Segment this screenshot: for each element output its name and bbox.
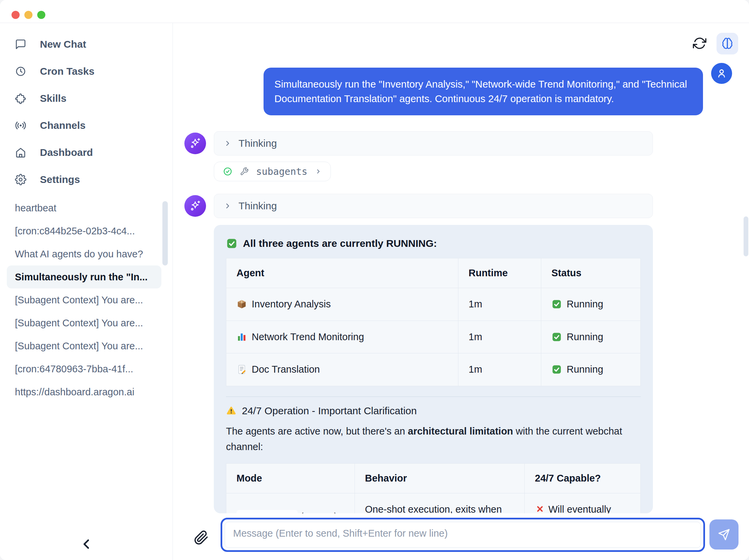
column-header: Behavior bbox=[355, 464, 525, 493]
sidebar-item-label: Skills bbox=[40, 93, 66, 104]
agent-runtime: 1m bbox=[458, 320, 541, 353]
paragraph-bold-text: architectural limitation bbox=[408, 426, 513, 436]
sidebar-scrollbar[interactable] bbox=[163, 201, 168, 266]
table-row: Doc Translation 1m Running bbox=[226, 353, 641, 386]
table-header-row: Agent Runtime Status bbox=[226, 259, 641, 288]
mode-code: mode="run" bbox=[236, 510, 298, 513]
clarification-paragraph: The agents are active now, but there's a… bbox=[226, 423, 641, 455]
agent-runtime: 1m bbox=[458, 288, 541, 321]
sidebar-item-new-chat[interactable]: New Chat bbox=[0, 31, 173, 58]
paragraph-text: The agents are active now, but there's a… bbox=[226, 426, 408, 436]
chevron-right-icon bbox=[223, 202, 232, 210]
minimize-window-button[interactable] bbox=[24, 11, 33, 19]
heading-text: 24/7 Operation - Important Clarification bbox=[242, 405, 417, 417]
table-header-row: Mode Behavior 24/7 Capable? bbox=[226, 464, 641, 493]
app-window: New Chat Cron Tasks Skills Channels Dash… bbox=[0, 0, 749, 560]
message-input-container bbox=[220, 518, 705, 552]
mode-behavior: One-shot execution, exits when task comp… bbox=[355, 493, 525, 513]
message-input[interactable] bbox=[225, 522, 701, 547]
send-button[interactable] bbox=[709, 519, 739, 550]
sidebar-item-label: Channels bbox=[40, 120, 86, 131]
close-window-button[interactable] bbox=[12, 11, 20, 19]
check-mark-emoji bbox=[226, 238, 237, 249]
sidebar-item-label: Cron Tasks bbox=[40, 66, 94, 77]
brain-icon bbox=[721, 37, 734, 50]
table-row: Network Trend Monitoring 1m Running bbox=[226, 320, 641, 353]
sidebar-collapse-button[interactable] bbox=[79, 536, 94, 552]
history-item[interactable]: [Subagent Context] You are... bbox=[7, 311, 162, 334]
sidebar-item-cron-tasks[interactable]: Cron Tasks bbox=[0, 58, 173, 85]
agents-status-table: Agent Runtime Status Inventory Analysis … bbox=[226, 258, 641, 386]
thinking-label: Thinking bbox=[238, 138, 277, 149]
user-icon bbox=[716, 68, 727, 79]
sidebar-item-settings[interactable]: Settings bbox=[0, 166, 173, 193]
thinking-toggle[interactable]: Thinking bbox=[214, 194, 653, 218]
sidebar-item-skills[interactable]: Skills bbox=[0, 85, 173, 112]
refresh-icon bbox=[693, 37, 706, 50]
gear-icon bbox=[15, 174, 26, 185]
chat-scrollbar[interactable] bbox=[744, 217, 748, 256]
refresh-button[interactable] bbox=[693, 37, 706, 50]
column-header: Agent bbox=[226, 259, 458, 288]
agent-status: Running bbox=[566, 297, 603, 312]
history-item-selected[interactable]: Simultaneously run the "In... bbox=[7, 266, 162, 288]
agent-runtime: 1m bbox=[458, 353, 541, 386]
agent-name: Doc Translation bbox=[252, 362, 320, 377]
memo-emoji bbox=[236, 364, 247, 375]
puzzle-icon bbox=[15, 93, 26, 104]
sidebar: New Chat Cron Tasks Skills Channels Dash… bbox=[0, 23, 173, 560]
check-mark-emoji bbox=[552, 332, 562, 342]
mode-capable: Will eventually finish and stop bbox=[535, 504, 611, 513]
history-item[interactable]: [cron:c844b25e-02b3-4c4... bbox=[7, 220, 162, 243]
brain-mode-button[interactable] bbox=[716, 33, 738, 54]
thinking-label: Thinking bbox=[238, 200, 277, 212]
package-emoji bbox=[236, 299, 247, 309]
warning-emoji bbox=[226, 405, 236, 416]
check-mark-emoji bbox=[552, 364, 562, 375]
column-header: Status bbox=[541, 259, 641, 288]
heading-text: All three agents are currently RUNNING: bbox=[243, 238, 437, 249]
clarification-heading: 24/7 Operation - Important Clarification bbox=[226, 405, 641, 417]
table-row: mode="run" (current) One-shot execution,… bbox=[226, 493, 641, 513]
check-mark-emoji bbox=[552, 299, 562, 309]
attach-file-button[interactable] bbox=[194, 530, 209, 545]
home-icon bbox=[15, 147, 26, 158]
message-input-inner bbox=[224, 522, 701, 548]
history-item[interactable]: [Subagent Context] You are... bbox=[7, 334, 162, 357]
assistant-avatar bbox=[185, 133, 206, 154]
broadcast-icon bbox=[15, 120, 26, 131]
chat-main: Simultaneously run the "Inventory Analys… bbox=[173, 23, 749, 560]
zoom-window-button[interactable] bbox=[37, 11, 45, 19]
sidebar-item-label: Settings bbox=[40, 174, 80, 185]
column-header: Mode bbox=[226, 464, 355, 493]
agent-status: Running bbox=[566, 330, 603, 344]
chevron-left-icon bbox=[79, 536, 94, 552]
history-item[interactable]: What AI agents do you have? bbox=[7, 243, 162, 266]
history-item[interactable]: [cron:64780963-7bba-41f... bbox=[7, 357, 162, 380]
assistant-avatar bbox=[185, 195, 206, 217]
user-message-bubble: Simultaneously run the "Inventory Analys… bbox=[263, 68, 703, 115]
bar-chart-emoji bbox=[236, 332, 247, 342]
clock-icon bbox=[15, 66, 26, 77]
table-row: Inventory Analysis 1m Running bbox=[226, 288, 641, 321]
column-header: Runtime bbox=[458, 259, 541, 288]
assistant-message-card: All three agents are currently RUNNING: … bbox=[214, 225, 653, 513]
agent-name: Network Trend Monitoring bbox=[252, 330, 364, 344]
send-icon bbox=[718, 528, 730, 541]
history-item[interactable]: https://dashboard.aragon.ai bbox=[7, 380, 162, 398]
sidebar-item-channels[interactable]: Channels bbox=[0, 112, 173, 139]
thinking-toggle[interactable]: Thinking bbox=[214, 131, 653, 156]
tool-call-chip-subagents[interactable]: subagents bbox=[214, 162, 331, 181]
sparkle-icon bbox=[188, 137, 202, 150]
tool-name: subagents bbox=[256, 166, 307, 177]
agent-name: Inventory Analysis bbox=[252, 297, 331, 312]
sidebar-item-dashboard[interactable]: Dashboard bbox=[0, 139, 173, 166]
history-item[interactable]: [Subagent Context] You are... bbox=[7, 288, 162, 311]
chevron-right-icon bbox=[315, 168, 322, 175]
divider bbox=[226, 396, 641, 397]
sparkle-icon bbox=[188, 199, 202, 213]
column-header: 24/7 Capable? bbox=[525, 464, 641, 493]
history-item[interactable]: heartbeat bbox=[7, 197, 162, 220]
chat-history-list: heartbeat [cron:c844b25e-02b3-4c4... Wha… bbox=[0, 197, 173, 398]
profile-avatar[interactable] bbox=[711, 63, 732, 84]
